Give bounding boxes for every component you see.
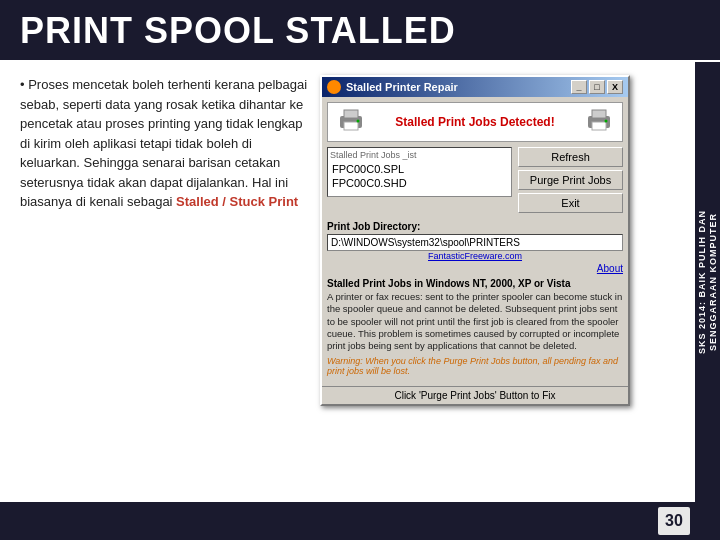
jobs-listbox[interactable]: Stalled Print Jobs _ist FPC00C0.SPL FPC0… [327,147,512,197]
bullet-main-text: Proses mencetak boleh terhenti kerana pe… [20,77,307,209]
fantastic-logo[interactable]: FantasticFreeware.com [327,251,623,261]
left-panel: • Proses mencetak boleh terhenti kerana … [20,70,320,533]
about-link[interactable]: About [327,263,623,274]
listbox-section: Stalled Print Jobs _ist FPC00C0.SPL FPC0… [327,147,623,216]
svg-rect-5 [592,110,606,118]
svg-point-7 [605,120,608,123]
dialog-header-text: Stalled Print Jobs Detected! [395,115,554,129]
warning-text: Warning: When you click the Purge Print … [327,356,623,376]
svg-point-3 [357,120,360,123]
refresh-button[interactable]: Refresh [518,147,623,167]
minimize-button[interactable]: _ [571,80,587,94]
slide-title: PRINT SPOOL STALLED [20,10,456,51]
printer-left-icon [336,108,366,136]
dialog-window: Stalled Printer Repair _ □ X [320,75,630,406]
print-dir-section: Print Job Directory: D:\WINDOWS\system32… [327,221,623,251]
info-title: Stalled Print Jobs in Windows NT, 2000, … [327,278,623,289]
page-number: 30 [658,507,690,535]
dialog-titlebar: Stalled Printer Repair _ □ X [322,77,628,97]
maximize-button[interactable]: □ [589,80,605,94]
slide: PRINT SPOOL STALLED • Proses mencetak bo… [0,0,720,540]
printer-right-icon [584,108,614,136]
svg-rect-6 [592,122,606,130]
dialog-action-buttons: Refresh Purge Print Jobs Exit [518,147,623,213]
dialog-body: Stalled Print Jobs Detected! [322,97,628,381]
exit-button[interactable]: Exit [518,193,623,213]
dialog-title-text: Stalled Printer Repair [346,81,458,93]
highlight-text: Stalled / Stuck Print [176,194,298,209]
sidebar-text: SKS 2014: BAIK PULIH DAN SENGGARAAN KOMP… [697,210,719,354]
print-dir-path: D:\WINDOWS\system32\spool\PRINTERS [327,234,623,251]
bullet-paragraph: • Proses mencetak boleh terhenti kerana … [20,75,310,212]
dialog-icon [327,80,341,94]
print-dir-label: Print Job Directory: [327,221,623,232]
titlebar-title: Stalled Printer Repair [327,80,458,94]
main-content: • Proses mencetak boleh terhenti kerana … [0,60,720,538]
list-item: FPC00C0.SPL [330,162,509,176]
info-text: A printer or fax recues: sent to the pri… [327,291,623,353]
dialog-header: Stalled Print Jobs Detected! [327,102,623,142]
fix-bar-text: Click 'Purge Print Jobs' Button to Fix [394,390,555,401]
info-section: Stalled Print Jobs in Windows NT, 2000, … [327,278,623,376]
title-bar: PRINT SPOOL STALLED [0,0,720,60]
sidebar-label: SKS 2014: BAIK PULIH DAN SENGGARAAN KOMP… [695,62,720,502]
close-button[interactable]: X [607,80,623,94]
svg-rect-1 [344,110,358,118]
bottom-bar: 30 [0,502,720,540]
fix-bar: Click 'Purge Print Jobs' Button to Fix S… [322,386,628,404]
titlebar-buttons: _ □ X [571,80,623,94]
svg-rect-2 [344,122,358,130]
purge-button[interactable]: Purge Print Jobs [518,170,623,190]
right-panel: Stalled Printer Repair _ □ X [320,70,705,533]
list-item: FPC00C0.SHD [330,176,509,190]
listbox-title: Stalled Print Jobs _ist [330,150,509,160]
